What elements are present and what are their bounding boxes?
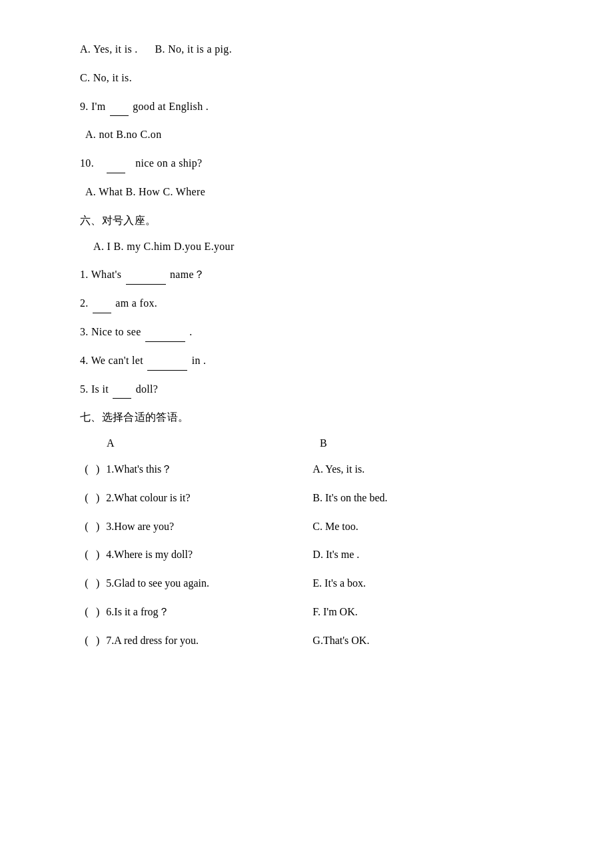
s7-col-b-header: B [280,434,480,453]
s7-row-1: ( ) 1.What's this？ A. Yes, it is. [80,460,533,479]
s6-blank-5[interactable] [113,398,131,399]
s7-col-a-header: A [80,434,280,453]
q10-options: A. What B. How C. Where [80,183,533,202]
q8-section: A. Yes, it is . B. No, it is a pig. C. N… [80,40,533,88]
section6-title: 六、对号入座。 [80,211,533,231]
s6-blank-4[interactable] [147,370,187,371]
s6-blank-3[interactable] [145,341,185,342]
s6-item-5: 5. Is it doll? [80,380,533,399]
s7-paren-3[interactable]: ( [80,517,93,537]
s7-row-7: ( ) 7.A red dress for you. G.That's OK. [80,631,533,651]
s7-paren-2[interactable]: ( [80,489,93,508]
s7-paren-6[interactable]: ( [80,603,93,622]
s6-item-1: 1. What's name？ [80,265,533,285]
s7-paren-7[interactable]: ( [80,631,93,651]
s7-paren-1[interactable]: ( [80,460,93,479]
q10-section: 10. nice on a ship? A. What B. How C. Wh… [80,154,533,202]
q9-section: 9. I'm good at English . A. not B.no C.o… [80,97,533,145]
s7-row-3: ( ) 3.How are you? C. Me too. [80,517,533,537]
s7-paren-4[interactable]: ( [80,545,93,565]
s7-paren-5[interactable]: ( [80,574,93,593]
q8-option-c: C. No, it is. [80,69,533,88]
s7-row-6: ( ) 6.Is it a frog？ F. I'm OK. [80,603,533,622]
s6-item-2: 2. am a fox. [80,294,533,313]
q9-blank[interactable] [110,115,129,116]
section7: 七、选择合适的答语。 A B ( ) 1.What's this？ A. Yes… [80,408,533,650]
s7-row-5: ( ) 5.Glad to see you again. E. It's a b… [80,574,533,593]
q9-question: 9. I'm good at English . [80,97,533,117]
q9-options: A. not B.no C.on [80,125,533,145]
section6-options: A. I B. my C.him D.you E.your [80,237,533,257]
s6-item-4: 4. We can't let in . [80,351,533,371]
s6-blank-2[interactable] [93,313,111,313]
q8-option-ab: A. Yes, it is . B. No, it is a pig. [80,40,533,59]
s7-row-4: ( ) 4.Where is my doll? D. It's me . [80,545,533,565]
q10-blank[interactable] [107,173,125,173]
s6-item-3: 3. Nice to see . [80,323,533,342]
section7-title: 七、选择合适的答语。 [80,408,533,427]
s6-blank-1[interactable] [126,284,166,285]
s7-header: A B [80,434,533,453]
s7-row-2: ( ) 2.What colour is it? B. It's on the … [80,489,533,508]
q10-question: 10. nice on a ship? [80,154,533,173]
section6: 六、对号入座。 A. I B. my C.him D.you E.your 1.… [80,211,533,399]
